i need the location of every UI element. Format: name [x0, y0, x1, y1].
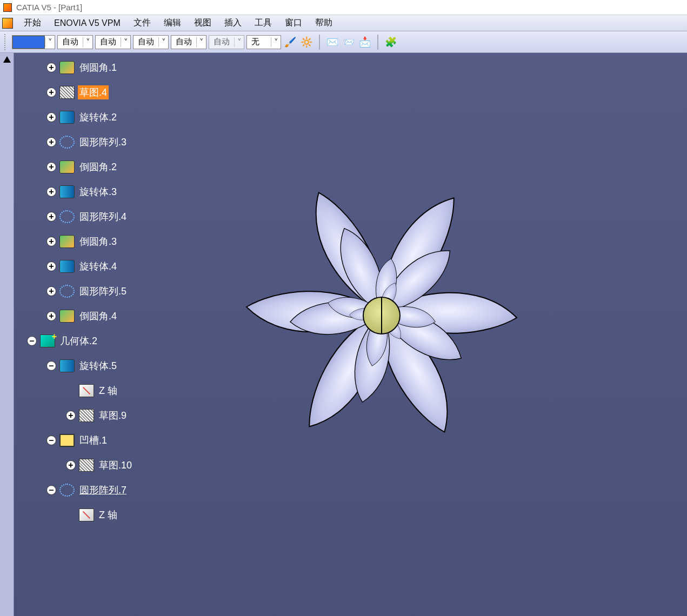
tree-node-label[interactable]: 圆形阵列.3: [78, 135, 128, 149]
menu-window[interactable]: 窗口: [278, 15, 309, 31]
mail-help-icon[interactable]: 📩: [358, 35, 372, 49]
tree-node[interactable]: Z 轴: [16, 503, 134, 527]
tree-node-label[interactable]: 旋转体.2: [78, 110, 118, 124]
menu-tools[interactable]: 工具: [248, 15, 278, 31]
color-swatch-combo[interactable]: ˅: [12, 35, 55, 49]
chevron-down-icon: ˅: [234, 37, 244, 47]
tree-node-label[interactable]: 几何体.2: [58, 334, 99, 348]
expander-icon[interactable]: +: [46, 162, 56, 172]
tree-node[interactable]: –凹槽.1: [16, 428, 134, 453]
expander-icon[interactable]: –: [27, 336, 37, 346]
combo-2[interactable]: 自动˅: [95, 35, 131, 49]
sketch-icon: [59, 86, 75, 99]
tree-node-label[interactable]: 倒圆角.1: [78, 61, 118, 75]
fillet-icon: [59, 310, 75, 323]
chevron-down-icon: ˅: [158, 37, 168, 47]
tree-node-label[interactable]: 圆形阵列.4: [78, 210, 128, 224]
tree-node-label[interactable]: Z 轴: [97, 508, 119, 522]
up-arrow-icon[interactable]: [3, 56, 11, 63]
tree-node-label[interactable]: 草图.10: [97, 458, 134, 472]
menu-file[interactable]: 文件: [127, 15, 157, 31]
revolve-icon: [59, 185, 75, 198]
menu-help[interactable]: 帮助: [309, 15, 339, 31]
expander-icon[interactable]: –: [46, 485, 56, 495]
left-rail[interactable]: [0, 53, 14, 616]
tree-node-label[interactable]: 倒圆角.2: [78, 160, 118, 174]
expander-icon[interactable]: +: [46, 187, 56, 197]
tree-node[interactable]: –圆形阵列.7: [16, 478, 134, 503]
tree-node[interactable]: +圆形阵列.3: [16, 130, 134, 155]
sketch-icon: [79, 459, 94, 472]
start-icon[interactable]: [2, 18, 13, 29]
expander-icon[interactable]: +: [46, 286, 56, 296]
combo-4[interactable]: 自动˅: [171, 35, 206, 49]
tree-node[interactable]: Z 轴: [16, 378, 134, 403]
tree-node[interactable]: +倒圆角.4: [16, 304, 134, 329]
tree-node-label[interactable]: 倒圆角.3: [78, 235, 118, 249]
menu-view[interactable]: 视图: [188, 15, 218, 31]
tree-node-label[interactable]: 圆形阵列.5: [78, 284, 128, 298]
viewport-3d[interactable]: +倒圆角.1+草图.4+旋转体.2+圆形阵列.3+倒圆角.2+旋转体.3+圆形阵…: [14, 53, 687, 616]
menu-start[interactable]: 开始: [17, 15, 48, 31]
tree-node-label[interactable]: 旋转体.5: [78, 359, 118, 373]
menu-enovia[interactable]: ENOVIA V5 VPM: [48, 16, 127, 30]
expander-icon[interactable]: –: [46, 361, 56, 371]
mail-multi-icon[interactable]: 📨: [342, 35, 356, 49]
revolve-icon: [59, 111, 75, 124]
tree-node-label[interactable]: 圆形阵列.7: [78, 483, 128, 497]
tree-node-label[interactable]: 凹槽.1: [78, 433, 109, 447]
titlebar: CATIA V5 - [Part1]: [0, 0, 687, 15]
tree-node-label[interactable]: 倒圆角.4: [78, 309, 118, 323]
tree-node-label[interactable]: 草图.4: [78, 85, 109, 99]
tree-node-label[interactable]: 旋转体.3: [78, 185, 118, 199]
expander-icon[interactable]: +: [46, 262, 56, 271]
tree-node[interactable]: +旋转体.4: [16, 254, 134, 279]
toolbar-grip[interactable]: [4, 34, 8, 50]
fillet-icon: [59, 160, 75, 173]
combo-3[interactable]: 自动˅: [133, 35, 169, 49]
component-icon[interactable]: 🧩: [384, 35, 398, 49]
body-icon: [40, 334, 55, 347]
menubar: 开始 ENOVIA V5 VPM 文件 编辑 视图 插入 工具 窗口 帮助: [0, 15, 687, 31]
tree-node-label[interactable]: 旋转体.4: [78, 259, 118, 273]
highlight-icon[interactable]: 🔆: [299, 35, 314, 49]
tree-node[interactable]: +草图.9: [16, 403, 134, 428]
tree-node[interactable]: –几何体.2: [16, 329, 134, 353]
chevron-down-icon: ˅: [83, 37, 92, 47]
menu-edit[interactable]: 编辑: [157, 15, 188, 31]
tree-node-label[interactable]: 草图.9: [97, 409, 128, 423]
tree-node[interactable]: +草图.4: [16, 80, 134, 105]
expander-icon[interactable]: +: [46, 63, 56, 72]
expander-icon[interactable]: +: [46, 112, 56, 122]
tree-node[interactable]: –旋转体.5: [16, 353, 134, 378]
menu-insert[interactable]: 插入: [218, 15, 248, 31]
brush-icon[interactable]: 🖌️: [283, 35, 297, 49]
spec-tree[interactable]: +倒圆角.1+草图.4+旋转体.2+圆形阵列.3+倒圆角.2+旋转体.3+圆形阵…: [16, 55, 134, 527]
expander-icon[interactable]: +: [46, 137, 56, 147]
combo-1[interactable]: 自动˅: [57, 35, 93, 49]
tree-node[interactable]: +圆形阵列.5: [16, 279, 134, 304]
tree-node[interactable]: +旋转体.3: [16, 179, 134, 204]
app-icon: [3, 3, 12, 12]
mail-icon[interactable]: ✉️: [325, 35, 339, 49]
expander-icon[interactable]: –: [46, 436, 56, 445]
expander-icon[interactable]: +: [46, 212, 56, 222]
pocket-icon: [59, 434, 75, 447]
tree-node[interactable]: +倒圆角.2: [16, 155, 134, 179]
combo-6[interactable]: 无˅: [246, 35, 281, 49]
color-swatch: [12, 36, 45, 49]
expander-icon[interactable]: +: [66, 411, 76, 420]
expander-icon[interactable]: +: [46, 237, 56, 246]
tree-node[interactable]: +旋转体.2: [16, 105, 134, 130]
tree-node[interactable]: +倒圆角.1: [16, 55, 134, 80]
tree-node[interactable]: +圆形阵列.4: [16, 204, 134, 229]
expander-icon[interactable]: +: [46, 88, 56, 97]
expander-icon[interactable]: +: [46, 311, 56, 321]
chevron-down-icon: ˅: [271, 37, 281, 47]
chevron-down-icon: ˅: [121, 37, 130, 47]
tree-node-label[interactable]: Z 轴: [97, 384, 119, 398]
window-title: CATIA V5 - [Part1]: [16, 3, 82, 12]
tree-node[interactable]: +倒圆角.3: [16, 229, 134, 254]
expander-icon[interactable]: +: [66, 460, 76, 470]
tree-node[interactable]: +草图.10: [16, 453, 134, 478]
